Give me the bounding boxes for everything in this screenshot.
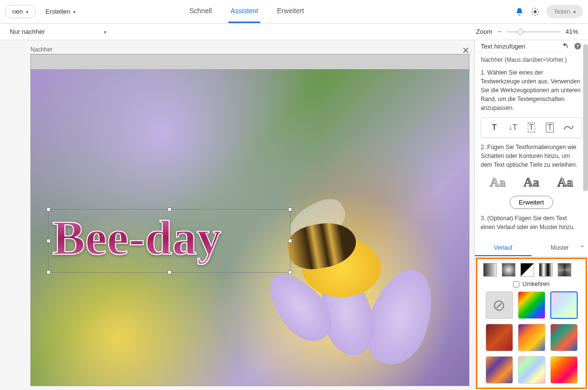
text-selection-box[interactable]: Bee-day	[48, 209, 291, 273]
text-frame-tool-icon[interactable]: T	[544, 122, 556, 133]
panel-body: Nachher (Maus darüber=Vorher.) 1. Wählen…	[475, 52, 588, 240]
sub-toolbar: Nur nachher Zoom − 41%	[0, 24, 588, 40]
resize-handle[interactable]	[47, 208, 50, 211]
resize-handle[interactable]	[168, 270, 172, 274]
gradient-swatch-grid: ⊘	[481, 291, 582, 384]
gradient-type-reflected[interactable]	[539, 263, 553, 277]
overlay-text[interactable]: Bee-day	[49, 209, 290, 266]
chevron-down-icon	[26, 8, 28, 15]
text-mask-tool-icon[interactable]: T	[525, 122, 537, 133]
open-menu-label: nen	[12, 8, 23, 15]
extended-button[interactable]: Erweitert	[510, 196, 553, 209]
text-style-chrome[interactable]: Aa	[558, 175, 573, 190]
chevron-down-icon	[104, 28, 106, 35]
step-3-text: 3. (Optional) Fügen Sie dem Text einen V…	[481, 214, 582, 232]
zoom-slider-thumb[interactable]	[517, 29, 523, 35]
svg-line-8	[537, 9, 538, 10]
reverse-row: Umkehren	[481, 281, 582, 287]
chevron-down-icon	[73, 8, 75, 15]
view-mode-label: Nur nachher	[10, 28, 45, 35]
vertical-text-tool-icon[interactable]: ↓T	[507, 122, 519, 133]
step-1-text: 1. Wählen Sie eines der Textwerkzeuge un…	[481, 68, 582, 112]
zoom-control: Zoom − 41%	[476, 27, 578, 36]
mode-tabs: Schnell Assistent Erweitert	[188, 0, 306, 23]
undo-icon[interactable]	[561, 42, 569, 51]
resize-handle[interactable]	[288, 270, 292, 274]
svg-point-0	[534, 10, 537, 13]
resize-handle[interactable]	[288, 208, 292, 211]
text-style-outline[interactable]: Aa	[490, 175, 506, 190]
gradient-type-radial[interactable]	[502, 263, 515, 277]
share-button[interactable]: Teilen	[546, 5, 583, 18]
zoom-minus-icon[interactable]: −	[497, 27, 502, 36]
gradient-type-angle[interactable]	[520, 263, 534, 277]
hover-hint: Nachher (Maus darüber=Vorher.)	[481, 56, 582, 63]
main-area: Nachher ✕ Bee-day	[0, 40, 588, 390]
open-menu-button[interactable]: nen	[5, 5, 36, 18]
resize-handle[interactable]	[47, 239, 50, 243]
topbar-right: Teilen	[515, 5, 583, 18]
resize-handle[interactable]	[47, 270, 50, 274]
gradient-type-row	[481, 263, 582, 277]
gradient-swatch[interactable]	[550, 356, 578, 384]
tab-assist[interactable]: Assistent	[228, 0, 260, 23]
zoom-slider[interactable]	[507, 31, 561, 32]
image-viewport[interactable]: Bee-day	[31, 69, 469, 386]
fill-subtabs: Verlauf Muster ⌃	[475, 240, 588, 257]
svg-line-6	[537, 14, 538, 15]
resize-handle[interactable]	[288, 239, 292, 243]
resize-handle[interactable]	[168, 208, 172, 211]
step-2-text: 2. Fügen Sie Textformatierungen wie Scha…	[481, 143, 582, 169]
zoom-value: 41%	[565, 28, 578, 35]
top-toolbar: nen Erstellen Schnell Assistent Erweiter…	[0, 0, 588, 24]
zoom-label: Zoom	[476, 28, 492, 35]
gradient-swatch[interactable]	[550, 324, 578, 351]
text-path-tool-icon[interactable]	[563, 122, 574, 133]
gradient-type-linear[interactable]	[483, 263, 497, 277]
canvas-header-label: Nachher	[30, 46, 52, 53]
gradient-section: Umkehren ⊘	[476, 258, 587, 389]
canvas-frame: Bee-day	[30, 54, 469, 386]
right-panel: Text hinzufügen ? Nachher (Maus darüber=…	[474, 40, 588, 390]
text-style-row: Aa Aa Aa	[481, 175, 582, 190]
tab-extended[interactable]: Erweitert	[275, 0, 306, 23]
bell-icon[interactable]	[515, 7, 524, 16]
gradient-swatch[interactable]	[486, 356, 513, 384]
subtab-gradient[interactable]: Verlauf	[475, 240, 532, 256]
svg-text:?: ?	[576, 44, 579, 49]
gradient-type-diamond[interactable]	[558, 263, 571, 277]
gradient-swatch[interactable]	[518, 356, 545, 384]
gradient-swatch[interactable]	[518, 291, 545, 319]
photo-background: Bee-day	[31, 69, 469, 386]
chevron-down-icon	[573, 8, 576, 15]
gradient-swatch-none[interactable]: ⊘	[486, 291, 513, 319]
help-icon[interactable]: ?	[573, 42, 582, 51]
text-tool-row: T ↓T T T	[481, 117, 582, 138]
brightness-icon[interactable]	[531, 7, 539, 16]
share-label: Teilen	[554, 8, 570, 15]
create-menu-label: Erstellen	[46, 8, 71, 15]
svg-line-7	[532, 14, 533, 15]
svg-line-5	[532, 9, 533, 10]
gradient-swatch[interactable]	[486, 324, 513, 351]
view-mode-select[interactable]: Nur nachher	[10, 28, 106, 35]
scrollbar[interactable]	[583, 44, 588, 191]
reverse-checkbox[interactable]	[513, 281, 519, 287]
reverse-label: Umkehren	[522, 281, 549, 287]
horizontal-text-tool-icon[interactable]: T	[489, 122, 500, 133]
gradient-swatch[interactable]	[518, 324, 545, 351]
create-menu-button[interactable]: Erstellen	[41, 5, 81, 18]
text-style-solid[interactable]: Aa	[524, 175, 539, 190]
canvas-area: Nachher ✕ Bee-day	[0, 40, 474, 390]
panel-title: Text hinzufügen	[481, 43, 525, 50]
gradient-swatch[interactable]	[550, 291, 578, 319]
panel-header: Text hinzufügen ?	[475, 40, 588, 52]
collapse-icon[interactable]: ⌃	[580, 244, 585, 252]
tab-quick[interactable]: Schnell	[188, 0, 214, 23]
